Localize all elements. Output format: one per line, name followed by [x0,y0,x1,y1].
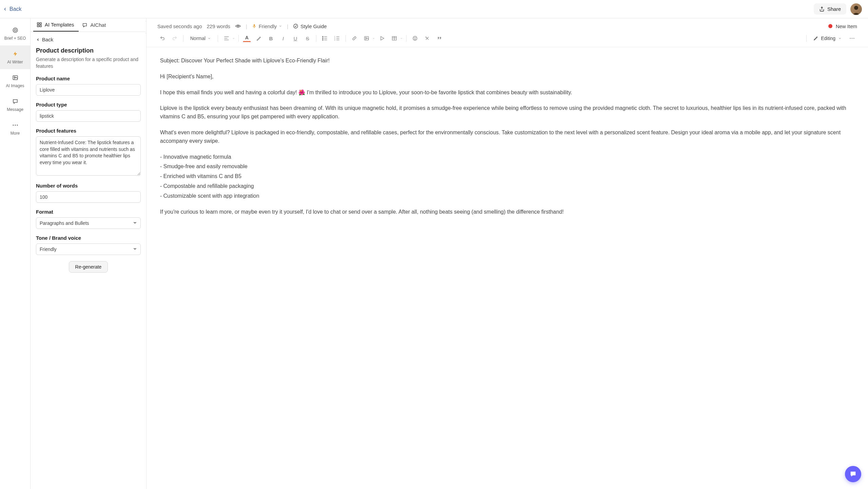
link-button[interactable] [349,33,359,43]
rail-ai-writer[interactable]: AI Writer [0,45,30,69]
tab-label: AIChat [90,22,106,28]
svg-point-43 [852,38,853,39]
format-select[interactable]: Paragraphs and Bullets [36,217,141,229]
strikethrough-button[interactable]: S [302,33,313,43]
font-color-button[interactable]: A [242,33,252,43]
doc-bullet: - Innovative magnetic formula [160,153,854,161]
saved-status: Saved seconds ago [157,23,202,29]
format-label: Format [36,209,141,215]
bullet-list-button[interactable] [320,33,330,43]
redo-button[interactable] [170,33,180,43]
message-icon [12,98,19,105]
tab-aichat[interactable]: AIChat [79,18,111,32]
product-name-input[interactable] [36,84,141,96]
bold-icon: B [269,36,273,41]
number-of-words-label: Number of words [36,183,141,189]
tone-select[interactable]: Friendly [36,243,141,255]
highlight-button[interactable] [254,33,264,43]
share-icon [819,6,825,12]
doc-subject: Subject: Discover Your Perfect Shade wit… [160,57,854,65]
regenerate-button[interactable]: Re-generate [69,261,108,273]
product-features-textarea[interactable] [36,136,141,176]
svg-point-44 [853,38,854,39]
svg-point-20 [322,36,323,37]
tone-label: Friendly [259,23,277,29]
chevron-down-icon [372,37,375,40]
svg-text:T: T [425,36,427,39]
svg-point-24 [322,39,323,40]
svg-point-33 [366,37,367,38]
quote-button[interactable] [434,33,445,43]
video-button[interactable] [377,33,387,43]
svg-rect-9 [37,23,39,24]
back-label: Back [9,6,22,12]
rail-label: AI Writer [7,60,23,64]
chevron-down-icon [400,37,403,40]
paragraph-type-select[interactable]: Normal [187,34,214,42]
svg-point-6 [13,125,14,126]
back-to-dashboard[interactable]: Back [3,6,22,12]
share-label: Share [827,6,841,12]
bold-button[interactable]: B [266,33,276,43]
svg-point-5 [14,77,15,78]
svg-point-13 [237,25,239,27]
eye-icon[interactable] [235,23,241,29]
chevron-left-icon [3,7,7,12]
highlight-icon [256,36,261,41]
svg-text:3: 3 [334,39,335,41]
table-button[interactable] [389,33,399,43]
user-avatar[interactable] [850,3,862,15]
doc-bullet: - Enriched with vitamins C and B5 [160,172,854,181]
style-guide-button[interactable]: Style Guide [293,23,327,29]
tab-ai-templates[interactable]: AI Templates [33,18,79,32]
chevron-down-icon [232,37,235,40]
undo-icon [160,36,165,41]
undo-button[interactable] [157,33,167,43]
rail-ai-images[interactable]: AI Images [0,69,30,93]
align-left-icon [224,36,229,40]
svg-rect-10 [40,23,41,24]
rail-label: Brief + SEO [4,36,26,41]
rail-more[interactable]: More [0,117,30,140]
document-body[interactable]: Subject: Discover Your Perfect Shade wit… [146,47,868,489]
doc-bullet: - Smudge-free and easily removable [160,162,854,171]
more-icon [12,121,19,129]
panel-back[interactable]: Back [36,37,141,46]
number-list-button[interactable]: 123 [332,33,342,43]
emoji-button[interactable] [410,33,420,43]
avatar-image [850,3,862,15]
status-label: New Item [836,23,857,29]
item-status[interactable]: New Item [828,23,857,29]
more-options-button[interactable] [847,33,857,43]
status-dot-icon [828,24,832,28]
svg-point-2 [13,28,18,33]
svg-point-42 [850,38,851,39]
image-icon [12,74,19,81]
image-icon [364,36,369,41]
product-type-input[interactable] [36,110,141,122]
tone-label: Tone / Brand voice [36,235,141,241]
emoji-icon [412,36,418,41]
rail-message[interactable]: Message [0,93,30,117]
editing-mode-select[interactable]: Editing [810,34,845,42]
italic-button[interactable]: I [278,33,288,43]
image-insert-button[interactable] [361,33,372,43]
italic-icon: I [282,36,284,41]
left-rail: Brief + SEO AI Writer AI Images Message … [0,18,31,489]
support-chat-button[interactable] [845,466,861,482]
number-of-words-input[interactable] [36,191,141,203]
svg-point-16 [294,24,298,28]
doc-paragraph: If you're curious to learn more, or mayb… [160,208,854,216]
share-button[interactable]: Share [814,3,846,15]
underline-button[interactable]: U [290,33,300,43]
tone-indicator[interactable]: Friendly [252,23,282,29]
pencil-icon [813,36,818,41]
rail-brief-seo[interactable]: Brief + SEO [0,22,30,45]
doc-paragraph: I hope this email finds you well and hav… [160,89,854,97]
clear-format-button[interactable]: T [422,33,432,43]
align-button[interactable] [221,33,232,43]
check-circle-icon [293,23,298,29]
panel-back-label: Back [42,37,53,42]
rail-label: More [11,131,20,136]
rail-label: AI Images [6,83,24,88]
